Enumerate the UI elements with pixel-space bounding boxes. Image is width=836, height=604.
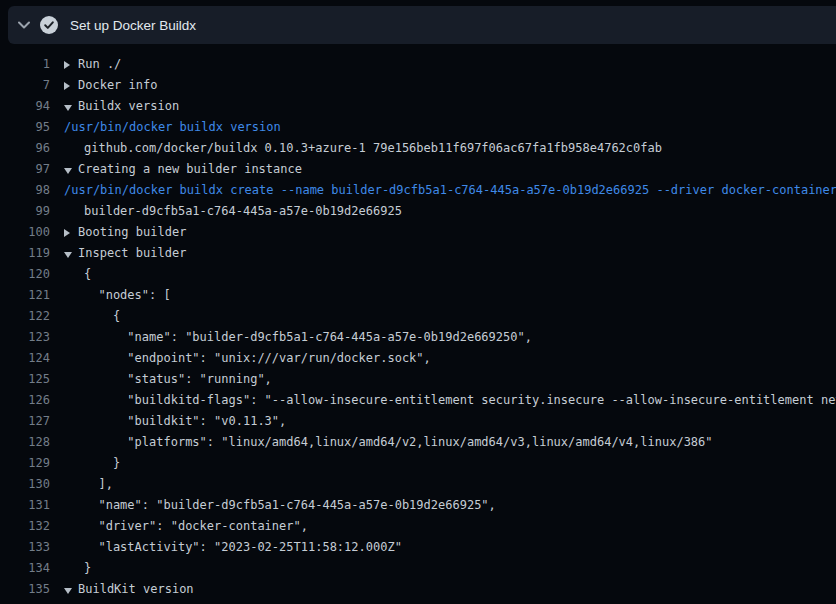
- log-line-content: {: [64, 264, 91, 285]
- log-line-content: "name": "builder-d9cfb5a1-c764-445a-a57e…: [64, 327, 532, 348]
- log-line-number[interactable]: 100: [0, 222, 50, 243]
- log-line-content[interactable]: Inspect builder: [64, 243, 186, 264]
- log-line-number[interactable]: 97: [0, 159, 50, 180]
- log-line-number[interactable]: 133: [0, 537, 50, 558]
- log-line-number[interactable]: 122: [0, 306, 50, 327]
- log-line-number[interactable]: 94: [0, 96, 50, 117]
- log-line-content: "buildkitd-flags": "--allow-insecure-ent…: [64, 390, 836, 411]
- log-line-number[interactable]: 120: [0, 264, 50, 285]
- log-line-content: builder-d9cfb5a1-c764-445a-a57e-0b19d2e6…: [64, 600, 474, 604]
- log-line-text: {: [84, 306, 120, 327]
- log-line-content: /usr/bin/docker buildx version: [64, 117, 281, 138]
- log-lines: 1 Run ./ 7 Docker info 94 Buildx version…: [0, 44, 836, 604]
- log-line-number[interactable]: 127: [0, 411, 50, 432]
- log-line-text: /usr/bin/docker buildx create --name bui…: [64, 180, 836, 201]
- check-circle-icon: [40, 16, 58, 34]
- disclosure-triangle: [64, 166, 78, 174]
- log-line-text: builder-d9cfb5a1-c764-445a-a57e-0b19d2e6…: [84, 201, 402, 222]
- log-line-text: Booting builder: [78, 222, 186, 243]
- log-line-content: {: [64, 306, 120, 327]
- disclosure-triangle-icon: [64, 105, 72, 111]
- log-line-number[interactable]: 95: [0, 117, 50, 138]
- log-line-number[interactable]: 99: [0, 201, 50, 222]
- disclosure-triangle: [64, 103, 78, 111]
- disclosure-triangle: [64, 250, 78, 258]
- log-line-number[interactable]: 125: [0, 369, 50, 390]
- log-line-content[interactable]: Buildx version: [64, 96, 179, 117]
- log-line: 123 "name": "builder-d9cfb5a1-c764-445a-…: [0, 327, 836, 348]
- log-line-number[interactable]: 130: [0, 474, 50, 495]
- disclosure-triangle: [64, 82, 78, 90]
- log-line: 7 Docker info: [0, 75, 836, 96]
- log-line-content: "platforms": "linux/amd64,linux/amd64/v2…: [64, 432, 713, 453]
- log-line-number[interactable]: 124: [0, 348, 50, 369]
- log-line: 97 Creating a new builder instance: [0, 159, 836, 180]
- log-line-number[interactable]: 119: [0, 243, 50, 264]
- log-line-number[interactable]: 123: [0, 327, 50, 348]
- log-line-content: /usr/bin/docker buildx create --name bui…: [64, 180, 836, 201]
- log-line-text: "name": "builder-d9cfb5a1-c764-445a-a57e…: [84, 495, 496, 516]
- log-line-number[interactable]: 134: [0, 558, 50, 579]
- log-line-text: builder-d9cfb5a1-c764-445a-a57e-0b19d2e6…: [84, 600, 474, 604]
- log-line-number[interactable]: 98: [0, 180, 50, 201]
- log-line-text: Buildx version: [78, 96, 179, 117]
- log-line-content: "buildkit": "v0.11.3",: [64, 411, 286, 432]
- log-line: 125 "status": "running",: [0, 369, 836, 390]
- log-line: 1 Run ./: [0, 54, 836, 75]
- log-line-text: "platforms": "linux/amd64,linux/amd64/v2…: [84, 432, 713, 453]
- log-line-number[interactable]: 126: [0, 390, 50, 411]
- log-line-text: "status": "running",: [84, 369, 272, 390]
- disclosure-triangle-icon: [64, 252, 72, 258]
- step-header[interactable]: Set up Docker Buildx: [8, 6, 836, 44]
- log-line-content[interactable]: Run ./: [64, 54, 121, 75]
- log-line-number[interactable]: 1: [0, 54, 50, 75]
- log-line: 100 Booting builder: [0, 222, 836, 243]
- log-line-number[interactable]: 132: [0, 516, 50, 537]
- log-line-text: ],: [84, 474, 113, 495]
- log-line-content: }: [64, 453, 120, 474]
- log-line-number[interactable]: 135: [0, 579, 50, 600]
- log-line-text: "nodes": [: [84, 285, 171, 306]
- log-line: 130 ],: [0, 474, 836, 495]
- disclosure-triangle-icon: [64, 229, 70, 237]
- log-line: 134 }: [0, 558, 836, 579]
- step-title: Set up Docker Buildx: [70, 18, 196, 33]
- log-line-text: Docker info: [78, 75, 157, 96]
- log-line-text: "endpoint": "unix:///var/run/docker.sock…: [84, 348, 431, 369]
- log-line-text: "lastActivity": "2023-02-25T11:58:12.000…: [84, 537, 402, 558]
- log-line: 96 github.com/docker/buildx 0.10.3+azure…: [0, 138, 836, 159]
- log-line-text: Run ./: [78, 54, 121, 75]
- log-line: 135 BuildKit version: [0, 579, 836, 600]
- log-line-text: {: [84, 264, 91, 285]
- log-line: 95 /usr/bin/docker buildx version: [0, 117, 836, 138]
- log-line-text: Inspect builder: [78, 243, 186, 264]
- log-line-content[interactable]: Docker info: [64, 75, 157, 96]
- disclosure-triangle-icon: [64, 82, 70, 90]
- log-line: 124 "endpoint": "unix:///var/run/docker.…: [0, 348, 836, 369]
- log-line-number[interactable]: 7: [0, 75, 50, 96]
- log-line-number[interactable]: 121: [0, 285, 50, 306]
- log-line-content[interactable]: Booting builder: [64, 222, 186, 243]
- log-line-number[interactable]: 131: [0, 495, 50, 516]
- log-line-text: }: [84, 453, 120, 474]
- log-line: 122 {: [0, 306, 836, 327]
- log-line: 126 "buildkitd-flags": "--allow-insecure…: [0, 390, 836, 411]
- disclosure-triangle: [64, 229, 78, 237]
- log-line-number[interactable]: 96: [0, 138, 50, 159]
- log-line-text: Creating a new builder instance: [78, 159, 302, 180]
- log-line-text: github.com/docker/buildx 0.10.3+azure-1 …: [84, 138, 662, 159]
- log-line-number[interactable]: 129: [0, 453, 50, 474]
- log-line-number[interactable]: 128: [0, 432, 50, 453]
- chevron-down-icon[interactable]: [18, 19, 30, 31]
- log-line: 133 "lastActivity": "2023-02-25T11:58:12…: [0, 537, 836, 558]
- log-line-text: }: [84, 558, 91, 579]
- log-line-content: github.com/docker/buildx 0.10.3+azure-1 …: [64, 138, 662, 159]
- log-line-content: "endpoint": "unix:///var/run/docker.sock…: [64, 348, 431, 369]
- log-line-text: BuildKit version: [78, 579, 194, 600]
- log-line-number[interactable]: 136: [0, 600, 50, 604]
- log-line-content[interactable]: BuildKit version: [64, 579, 194, 600]
- log-line-content: "driver": "docker-container",: [64, 516, 308, 537]
- log-line-content[interactable]: Creating a new builder instance: [64, 159, 302, 180]
- log-line-text: "buildkitd-flags": "--allow-insecure-ent…: [84, 390, 836, 411]
- log-line-content: "nodes": [: [64, 285, 171, 306]
